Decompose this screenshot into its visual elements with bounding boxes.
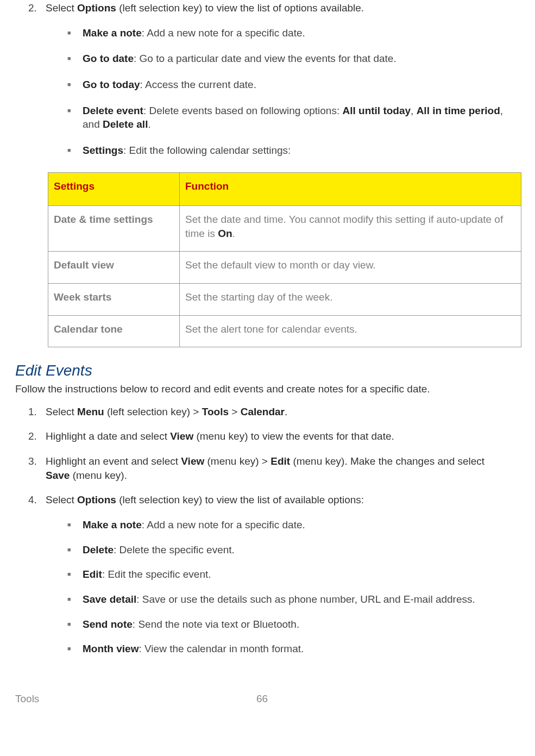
text: (menu key) > (204, 455, 270, 467)
list-item: ■ Go to today: Access the current date. (67, 78, 509, 92)
text-bold: Month view (83, 643, 139, 654)
bullet-icon: ■ (67, 642, 83, 656)
list-item: ■ Settings: Edit the following calendar … (67, 143, 509, 158)
list-item: ■ Make a note: Add a new note for a spec… (67, 26, 509, 40)
bullet-icon: ■ (67, 143, 83, 158)
heading-edit-events: Edit Events (15, 360, 509, 381)
page-footer: Tools 66 (15, 692, 509, 715)
table-row: Calendar tone Set the alert tone for cal… (48, 315, 521, 347)
text-bold: Save detail (83, 593, 136, 605)
text-bold: Delete all (103, 118, 148, 130)
bullet-icon: ■ (67, 104, 83, 132)
bullet-icon: ■ (67, 52, 83, 66)
edit-events-steps: 1. Select Menu (left selection key) > To… (15, 405, 509, 667)
text-bold: Options (77, 494, 116, 505)
list-body: Make a note: Add a new note for a specif… (83, 518, 509, 532)
text: (menu key). Make the changes and select (290, 455, 484, 467)
table-row: Week starts Set the starting day of the … (48, 284, 521, 316)
list-body: Delete event: Delete events based on fol… (83, 104, 509, 132)
text: Highlight a date and select (46, 430, 170, 442)
table-cell-setting: Calendar tone (48, 315, 180, 347)
table-cell-function: Set the default view to month or day vie… (180, 252, 521, 284)
list-body: Go to date: Go to a particular date and … (83, 52, 509, 66)
bullet-icon: ■ (67, 617, 83, 632)
table-cell-function: Set the date and time. You cannot modify… (180, 206, 521, 252)
step-number: 1. (28, 405, 46, 419)
text: (left selection key) to view the list of… (116, 2, 364, 14)
text: . (232, 228, 235, 239)
text-bold: Make a note (83, 27, 142, 39)
list-body: Go to today: Access the current date. (83, 78, 509, 92)
step-1: 1. Select Menu (left selection key) > To… (28, 405, 509, 419)
list-item: ■Edit: Edit the specific event. (67, 567, 509, 582)
options-list: ■Make a note: Add a new note for a speci… (46, 518, 509, 656)
bullet-icon: ■ (67, 567, 83, 582)
list-item: ■Delete: Delete the specific event. (67, 543, 509, 557)
text: Highlight an event and select (46, 455, 181, 467)
table-header: Settings (48, 173, 180, 206)
text-bold: Edit (270, 455, 290, 467)
table-header: Function (180, 173, 521, 206)
step-2: 2. Select Options (left selection key) t… (28, 1, 509, 165)
step-body: Select Menu (left selection key) > Tools… (46, 405, 509, 419)
list-item: ■ Delete event: Delete events based on f… (67, 104, 509, 132)
list-item: ■Make a note: Add a new note for a speci… (67, 518, 509, 532)
page-content: 2. Select Options (left selection key) t… (15, 0, 509, 667)
list-body: Month view: View the calendar in month f… (83, 642, 509, 656)
text-bold: Edit (83, 568, 102, 580)
table-cell-setting: Date & time settings (48, 206, 180, 252)
table-row: Date & time settings Set the date and ti… (48, 206, 521, 252)
text-bold: Options (77, 2, 116, 14)
text: : Edit the following calendar settings: (123, 145, 291, 156)
table-header-row: Settings Function (48, 173, 521, 206)
list-body: Send note: Send the note via text or Blu… (83, 617, 509, 632)
text-bold: All until today (342, 105, 411, 116)
step-number: 2. (28, 1, 46, 165)
step-number: 3. (28, 454, 46, 482)
list-body: Settings: Edit the following calendar se… (83, 143, 509, 158)
text: : Add a new note for a specific date. (142, 519, 305, 530)
text: > (229, 406, 241, 417)
text: (menu key). (70, 470, 127, 481)
list-item: ■Send note: Send the note via text or Bl… (67, 617, 509, 632)
step-2: 2. Highlight a date and select View (men… (28, 429, 509, 443)
step-3: 3. Highlight an event and select View (m… (28, 454, 509, 482)
list-body: Make a note: Add a new note for a specif… (83, 26, 509, 40)
text: . (285, 406, 287, 417)
text: Select (46, 494, 77, 505)
list-item: ■ Go to date: Go to a particular date an… (67, 52, 509, 66)
options-list: ■ Make a note: Add a new note for a spec… (46, 26, 509, 158)
text: : Access the current date. (140, 79, 256, 90)
bullet-icon: ■ (67, 26, 83, 40)
bullet-icon: ■ (67, 592, 83, 607)
text: (menu key) to view the events for that d… (193, 430, 394, 442)
text: : Edit the specific event. (102, 568, 211, 580)
text: : Save or use the details such as phone … (136, 593, 475, 605)
text: : Delete the specific event. (114, 544, 235, 555)
step-body: Select Options (left selection key) to v… (46, 1, 509, 165)
table-cell-function: Set the starting day of the week. (180, 284, 521, 316)
table-cell-setting: Default view (48, 252, 180, 284)
settings-table: Settings Function Date & time settings S… (48, 172, 521, 347)
text-bold: On (218, 228, 232, 239)
intro-text: Follow the instructions below to record … (15, 382, 509, 396)
bullet-icon: ■ (67, 78, 83, 92)
text: : Add a new note for a specific date. (142, 27, 305, 39)
step-4: 4. Select Options (left selection key) t… (28, 493, 509, 666)
text: Select (46, 2, 77, 14)
text: : View the calendar in month format. (139, 643, 304, 654)
table-cell-setting: Week starts (48, 284, 180, 316)
table-cell-function: Set the alert tone for calendar events. (180, 315, 521, 347)
footer-section: Tools (15, 692, 39, 706)
text: : Send the note via text or Bluetooth. (133, 618, 299, 630)
step-body: Highlight an event and select View (menu… (46, 454, 509, 482)
text: : Delete events based on following optio… (143, 105, 343, 116)
step-number: 4. (28, 493, 46, 666)
list-body: Save detail: Save or use the details suc… (83, 592, 509, 607)
bullet-icon: ■ (67, 543, 83, 557)
page-number: 66 (256, 692, 268, 706)
text-bold: Tools (202, 406, 229, 417)
text-bold: Go to date (83, 53, 134, 64)
text: Select (46, 406, 77, 417)
text-bold: Delete event (83, 105, 143, 116)
